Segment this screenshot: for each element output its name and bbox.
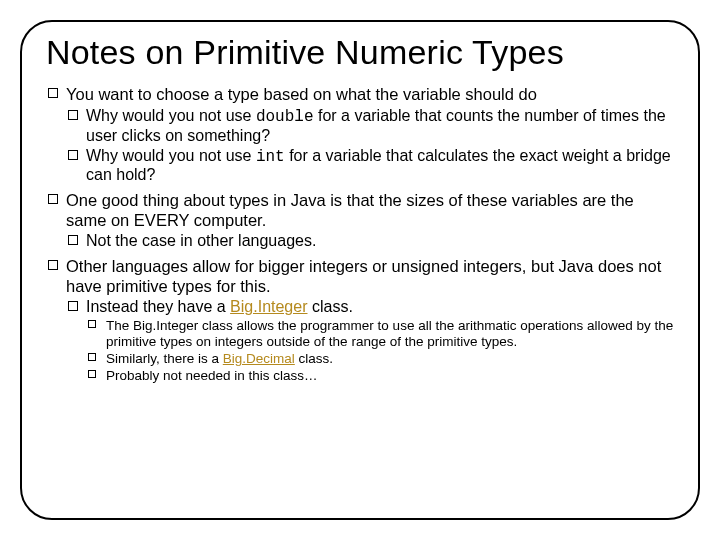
bullet-text: The Big.Integer class allows the program… [106, 318, 673, 349]
bullet-text-post: class. [308, 298, 353, 315]
square-bullet-icon [48, 194, 58, 204]
bullet-item: One good thing about types in Java is th… [46, 191, 674, 230]
link-biginteger[interactable]: Big.Integer [230, 298, 307, 315]
bullet-group-3: Other languages allow for bigger integer… [46, 257, 674, 384]
bullet-item: Probably not needed in this class… [46, 368, 674, 384]
square-bullet-icon [68, 235, 78, 245]
bullet-group-1: You want to choose a type based on what … [46, 85, 674, 185]
square-bullet-icon [48, 260, 58, 270]
bullet-text: Not the case in other languages. [86, 232, 316, 249]
slide-frame: Notes on Primitive Numeric Types You wan… [20, 20, 700, 520]
bullet-item: Other languages allow for bigger integer… [46, 257, 674, 296]
square-bullet-icon [88, 320, 96, 328]
bullet-text-pre: Instead they have a [86, 298, 230, 315]
bullet-text: One good thing about types in Java is th… [66, 191, 634, 228]
bullet-item: You want to choose a type based on what … [46, 85, 674, 104]
square-bullet-icon [68, 150, 78, 160]
code-text: int [256, 148, 285, 166]
bullet-item: Why would you not use int for a variable… [46, 147, 674, 186]
bullet-text-pre: Why would you not use [86, 107, 256, 124]
square-bullet-icon [68, 110, 78, 120]
bullet-text: Probably not needed in this class… [106, 368, 318, 383]
bullet-item: The Big.Integer class allows the program… [46, 318, 674, 350]
bullet-group-2: One good thing about types in Java is th… [46, 191, 674, 251]
bullet-text-pre: Why would you not use [86, 147, 256, 164]
bullet-item: Instead they have a Big.Integer class. [46, 298, 674, 317]
square-bullet-icon [68, 301, 78, 311]
bullet-item: Why would you not use double for a varia… [46, 107, 674, 146]
link-bigdecimal[interactable]: Big.Decimal [223, 351, 295, 366]
code-text: double [256, 108, 314, 126]
bullet-item: Not the case in other languages. [46, 232, 674, 251]
slide-content: You want to choose a type based on what … [46, 85, 674, 383]
square-bullet-icon [48, 88, 58, 98]
bullet-text: Other languages allow for bigger integer… [66, 257, 661, 294]
square-bullet-icon [88, 353, 96, 361]
bullet-text-pre: Similarly, there is a [106, 351, 223, 366]
bullet-text: You want to choose a type based on what … [66, 85, 537, 103]
slide-title: Notes on Primitive Numeric Types [46, 34, 674, 71]
bullet-text-post: class. [295, 351, 333, 366]
square-bullet-icon [88, 370, 96, 378]
bullet-item: Similarly, there is a Big.Decimal class. [46, 351, 674, 367]
